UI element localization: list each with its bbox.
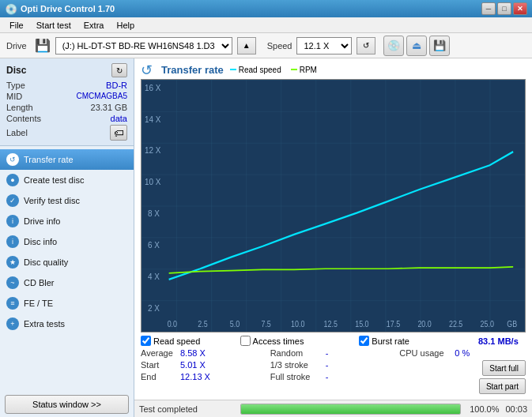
svg-text:22.5: 22.5 [449, 320, 462, 329]
chart-area: 16 X 14 X 12 X 10 X 8 X 6 X 4 X 2 X 0.0 … [141, 79, 526, 332]
svg-text:2 X: 2 X [148, 302, 160, 313]
legend-label-read-speed: Read speed [239, 66, 281, 74]
stat-average-value: 8.58 X [180, 348, 216, 358]
disc-mid-value: CMCMAGBA5 [77, 92, 127, 101]
disc-icon-btn[interactable]: 💿 [383, 36, 404, 56]
status-window-button[interactable]: Status window >> [5, 395, 129, 414]
drive-bar: Drive 💾 (J:) HL-DT-ST BD-RE WH16NS48 1.D… [0, 33, 532, 58]
svg-text:12 X: 12 X [145, 145, 160, 156]
stat-end-label: End [141, 372, 180, 381]
save-icon-btn[interactable]: 💾 [429, 36, 450, 56]
right-panel: ↺ Transfer rate Read speed RPM [134, 58, 532, 417]
nav-drive-info[interactable]: i Drive info [0, 211, 134, 231]
nav-label-cd-bler: CD Bler [24, 278, 55, 287]
burst-rate-value: 83.1 MB/s [478, 336, 526, 346]
app-icon: 💿 [5, 3, 17, 15]
start-full-button[interactable]: Start full [482, 360, 526, 376]
status-percent: 100.0% [467, 404, 499, 414]
nav-icon-transfer-rate: ↺ [6, 153, 19, 166]
stat-full-stroke-row: Full stroke - [270, 372, 397, 381]
eject-icon-btn[interactable]: ⏏ [406, 36, 427, 56]
svg-text:14 X: 14 X [145, 114, 160, 124]
menu-help[interactable]: Help [110, 19, 141, 32]
legend-rpm: RPM [291, 66, 317, 74]
nav-label-disc-quality: Disc quality [24, 257, 68, 267]
svg-text:5.0: 5.0 [230, 320, 240, 329]
stat-cpu-row: CPU usage 0 % [399, 348, 526, 358]
stat-average-label: Average [141, 348, 180, 358]
menu-start-test[interactable]: Start test [30, 19, 77, 32]
menu-file[interactable]: File [3, 19, 30, 32]
nav-icon-drive-info: i [6, 215, 19, 227]
checkbox-read-speed-label: Read speed [153, 336, 200, 346]
chart-icon: ↺ [141, 62, 157, 77]
nav-icon-verify-test-disc: ✓ [6, 194, 19, 207]
svg-text:20.0: 20.0 [417, 320, 431, 329]
nav-disc-quality[interactable]: ★ Disc quality [0, 252, 134, 272]
drive-select[interactable]: (J:) HL-DT-ST BD-RE WH16NS48 1.D3 [55, 37, 232, 54]
svg-text:2.5: 2.5 [198, 320, 207, 329]
nav-extra-tests[interactable]: + Extra tests [0, 314, 134, 334]
checkbox-burst-rate-input[interactable] [359, 336, 369, 346]
menu-extra[interactable]: Extra [77, 19, 111, 32]
nav-transfer-rate[interactable]: ↺ Transfer rate [0, 149, 134, 170]
checkbox-burst-rate[interactable]: Burst rate [359, 336, 478, 346]
svg-text:10.0: 10.0 [291, 320, 304, 329]
svg-text:17.5: 17.5 [387, 320, 400, 329]
svg-text:4 X: 4 X [148, 271, 160, 281]
stat-full-stroke-label: Full stroke [270, 372, 326, 381]
legend-dot-read-speed [230, 69, 236, 70]
checkbox-burst-rate-label: Burst rate [372, 336, 409, 346]
svg-text:GB: GB [507, 320, 517, 329]
close-button[interactable]: ✕ [513, 2, 527, 15]
title-bar: 💿 Opti Drive Control 1.70 ─ □ ✕ [0, 0, 532, 17]
svg-text:6 X: 6 X [148, 239, 160, 250]
stat-end-row: End 12.13 X [141, 372, 267, 381]
chart-container: ↺ Transfer rate Read speed RPM [134, 58, 532, 400]
stat-start-row: Start 5.01 X [141, 360, 267, 370]
checkbox-access-times[interactable]: Access times [240, 336, 360, 346]
menu-bar: File Start test Extra Help [0, 17, 532, 33]
window-controls: ─ □ ✕ [481, 2, 527, 15]
legend-dot-rpm [291, 69, 297, 70]
maximize-button[interactable]: □ [497, 2, 511, 15]
stat-cpu-value: 0 % [455, 348, 470, 358]
refresh-speed-button[interactable]: ↺ [357, 37, 375, 54]
checkbox-read-speed[interactable]: Read speed [141, 336, 240, 346]
disc-refresh-button[interactable]: ↻ [111, 63, 127, 77]
disc-length-value: 23.31 GB [91, 103, 127, 112]
stat-cpu-label: CPU usage [399, 348, 455, 358]
nav-label-extra-tests: Extra tests [24, 319, 65, 329]
speed-select[interactable]: Max X12.1 X8.0 X6.0 X4.0 X [296, 37, 352, 54]
nav-cd-bler[interactable]: ~ CD Bler [0, 272, 134, 293]
speed-label: Speed [267, 41, 292, 51]
disc-type-value: BD-R [106, 81, 127, 90]
legend-label-rpm: RPM [300, 66, 317, 74]
disc-contents-value: data [111, 114, 127, 123]
svg-rect-1 [141, 80, 525, 332]
nav-fe-te[interactable]: ≡ FE / TE [0, 293, 134, 314]
start-part-button[interactable]: Start part [479, 378, 526, 394]
stat-1-3-stroke-row: 1/3 stroke - [270, 360, 397, 370]
nav-section: ↺ Transfer rate ● Create test disc ✓ Ver… [0, 146, 134, 392]
checkboxes-row: Read speed Access times Burst rate 83.1 … [141, 336, 526, 346]
svg-text:7.5: 7.5 [261, 320, 270, 329]
checkbox-access-times-input[interactable] [240, 336, 251, 346]
nav-disc-info[interactable]: i Disc info [0, 231, 134, 252]
nav-verify-test-disc[interactable]: ✓ Verify test disc [0, 190, 134, 211]
stat-part-btn-row: Start part [399, 378, 526, 394]
status-progress-container [240, 404, 461, 415]
eject-button[interactable]: ▲ [237, 37, 256, 54]
drive-label: Drive [6, 41, 27, 51]
main-content: Disc ↻ Type BD-R MID CMCMAGBA5 Length 23… [0, 58, 532, 417]
minimize-button[interactable]: ─ [481, 2, 496, 15]
label-icon-button[interactable]: 🏷 [110, 125, 127, 141]
disc-label-key: Label [6, 128, 28, 137]
stat-random-value: - [326, 348, 341, 358]
svg-text:25.0: 25.0 [481, 320, 494, 329]
checkbox-read-speed-input[interactable] [141, 336, 151, 346]
stat-average-row: Average 8.58 X [141, 348, 267, 358]
disc-length-label: Length [6, 103, 33, 112]
svg-text:12.5: 12.5 [324, 320, 338, 329]
nav-create-test-disc[interactable]: ● Create test disc [0, 170, 134, 190]
